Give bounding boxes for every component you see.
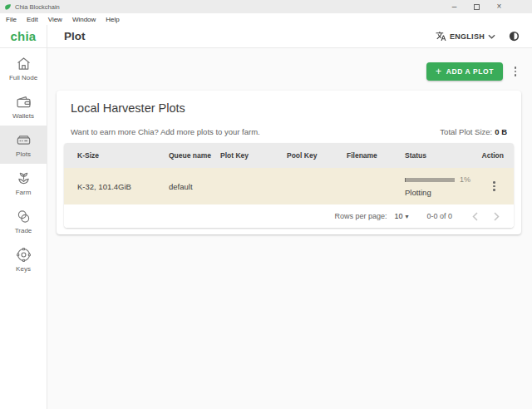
dropdown-arrow-icon: ▾ bbox=[405, 213, 408, 220]
table-header-row: K-Size Queue name Plot Key Pool Key File… bbox=[64, 143, 514, 168]
row-action-kebab-icon[interactable] bbox=[489, 180, 500, 193]
menu-help[interactable]: Help bbox=[106, 16, 119, 23]
app-header: chia Plot ENGLISH bbox=[0, 25, 532, 48]
rows-per-page-value: 10 bbox=[394, 212, 402, 220]
local-harvester-plots-card: Local Harvester Plots Want to earn more … bbox=[57, 91, 521, 234]
translate-icon bbox=[436, 31, 446, 42]
col-plot-key: Plot Key bbox=[220, 151, 287, 160]
sidebar-nav: Full Node Wallets Plots bbox=[0, 48, 47, 409]
col-k-size: K-Size bbox=[77, 151, 169, 160]
chevron-left-icon bbox=[472, 212, 478, 221]
chia-logo: chia bbox=[0, 25, 47, 47]
rows-per-page-label: Rows per page: bbox=[334, 212, 387, 220]
sidebar-item-label: Plots bbox=[16, 150, 31, 158]
add-a-plot-label: ADD A PLOT bbox=[446, 67, 494, 76]
progress-fill bbox=[405, 178, 406, 182]
sidebar-item-plots[interactable]: Plots bbox=[0, 126, 47, 164]
cell-action bbox=[480, 180, 514, 193]
col-filename: Filename bbox=[347, 151, 405, 160]
table-row: K-32, 101.4GiB default 1% Plotting bbox=[64, 168, 514, 204]
plot-toolbar: + ADD A PLOT bbox=[57, 62, 521, 81]
toolbar-kebab-menu-icon[interactable] bbox=[510, 65, 521, 78]
keys-icon bbox=[15, 246, 32, 264]
language-selector[interactable]: ENGLISH bbox=[436, 31, 495, 42]
sidebar-item-farm[interactable]: Farm bbox=[0, 164, 47, 202]
prev-page-button[interactable] bbox=[464, 208, 485, 224]
sidebar-item-label: Wallets bbox=[12, 112, 34, 120]
chevron-right-icon bbox=[494, 212, 500, 221]
main-content: + ADD A PLOT Local Harvester Plots Want … bbox=[47, 48, 532, 409]
menu-file[interactable]: File bbox=[6, 16, 17, 23]
page-title: Plot bbox=[64, 25, 86, 47]
dark-mode-toggle[interactable] bbox=[508, 30, 520, 42]
minimize-icon[interactable]: – bbox=[443, 0, 466, 13]
sidebar-item-label: Keys bbox=[16, 265, 31, 273]
total-plot-size-label: Total Plot Size: bbox=[440, 127, 492, 136]
window-title: Chia Blockchain bbox=[15, 3, 60, 11]
total-plot-size-value: 0 B bbox=[495, 127, 507, 136]
table-pagination: Rows per page: 10 ▾ 0-0 of 0 bbox=[64, 204, 514, 228]
rows-per-page-select[interactable]: 10 ▾ bbox=[394, 212, 408, 220]
home-icon bbox=[15, 55, 32, 72]
chia-leaf-icon bbox=[4, 3, 12, 11]
col-action: Action bbox=[480, 151, 514, 160]
card-subtitle: Want to earn more Chia? Add more plots t… bbox=[71, 127, 260, 136]
menu-window[interactable]: Window bbox=[72, 16, 96, 23]
sidebar-item-label: Farm bbox=[16, 189, 32, 196]
cell-queue-name: default bbox=[169, 182, 220, 191]
sidebar-item-label: Trade bbox=[15, 227, 32, 234]
sidebar-item-full-node[interactable]: Full Node bbox=[0, 49, 47, 87]
chia-logo-text: chia bbox=[11, 29, 37, 43]
menu-edit[interactable]: Edit bbox=[27, 16, 38, 23]
progress-bar: 1% bbox=[405, 175, 480, 184]
col-queue-name: Queue name bbox=[169, 151, 220, 160]
wallet-icon bbox=[15, 93, 32, 111]
plant-icon bbox=[15, 170, 32, 187]
progress-track bbox=[405, 178, 455, 182]
language-label: ENGLISH bbox=[450, 32, 485, 41]
plots-table: K-Size Queue name Plot Key Pool Key File… bbox=[64, 143, 514, 228]
status-text: Plotting bbox=[405, 188, 480, 197]
plus-icon: + bbox=[436, 67, 442, 76]
drive-icon bbox=[15, 131, 32, 149]
app-body: Full Node Wallets Plots bbox=[0, 48, 532, 409]
maximize-icon[interactable] bbox=[466, 0, 488, 13]
card-title: Local Harvester Plots bbox=[64, 101, 514, 115]
sidebar-item-keys[interactable]: Keys bbox=[0, 240, 47, 278]
appbar-actions: ENGLISH bbox=[436, 25, 532, 47]
pagination-range: 0-0 of 0 bbox=[426, 212, 452, 220]
next-page-button[interactable] bbox=[485, 208, 507, 224]
sidebar-item-trade[interactable]: Trade bbox=[0, 202, 47, 240]
add-a-plot-button[interactable]: + ADD A PLOT bbox=[426, 62, 503, 81]
close-icon[interactable]: × bbox=[488, 0, 510, 13]
cell-k-size: K-32, 101.4GiB bbox=[77, 182, 169, 191]
col-pool-key: Pool Key bbox=[287, 151, 347, 160]
menu-bar: File Edit View Window Help bbox=[0, 13, 532, 25]
col-status: Status bbox=[405, 151, 480, 160]
os-titlebar: Chia Blockchain – × bbox=[0, 0, 532, 13]
sidebar-item-wallets[interactable]: Wallets bbox=[0, 87, 47, 126]
sidebar-item-label: Full Node bbox=[9, 74, 37, 81]
total-plot-size: Total Plot Size:0 B bbox=[440, 127, 507, 136]
window-controls: – × bbox=[443, 0, 532, 13]
card-subrow: Want to earn more Chia? Add more plots t… bbox=[64, 127, 514, 136]
progress-percent: 1% bbox=[460, 175, 470, 184]
menu-view[interactable]: View bbox=[48, 16, 62, 23]
chevron-down-icon bbox=[488, 34, 495, 39]
trade-circles-icon bbox=[15, 208, 32, 225]
dark-mode-icon bbox=[508, 30, 520, 42]
maximize-box-glyph bbox=[474, 4, 480, 10]
cell-status: 1% Plotting bbox=[405, 175, 480, 197]
